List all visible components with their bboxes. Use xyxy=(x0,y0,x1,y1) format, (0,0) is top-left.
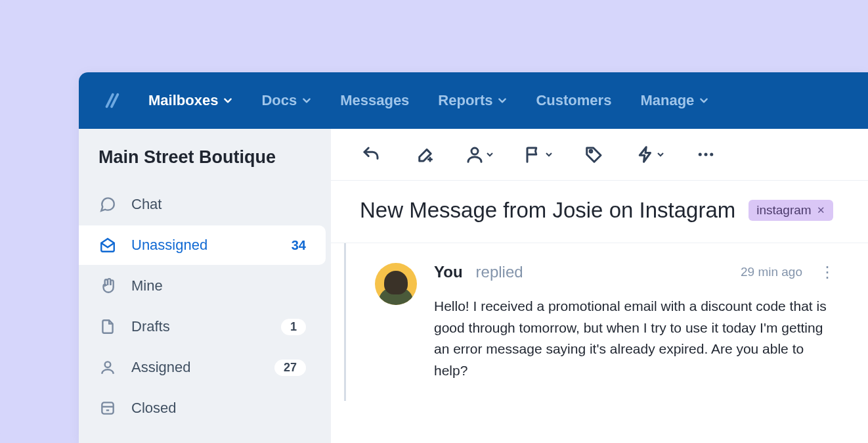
message: You replied 29 min ago ⋮ Hello! I receiv… xyxy=(375,263,839,381)
sidebar: Main Street Boutique Chat Unassigned 34 xyxy=(79,129,331,443)
app-window: Mailboxes Docs Messages Reports Customer… xyxy=(79,72,868,443)
subject-row: New Message from Josie on Instagram inst… xyxy=(331,181,868,243)
conversation-tag[interactable]: instagram ✕ xyxy=(749,200,833,221)
tag-label: instagram xyxy=(756,203,811,218)
svg-point-10 xyxy=(699,153,702,156)
svg-rect-3 xyxy=(102,402,113,413)
chevron-down-icon xyxy=(302,96,311,105)
nav-label: Customers xyxy=(536,92,611,109)
sidebar-item-label: Closed xyxy=(131,400,306,417)
avatar[interactable] xyxy=(375,263,417,305)
message-thread: You replied 29 min ago ⋮ Hello! I receiv… xyxy=(344,243,868,401)
nav-label: Mailboxes xyxy=(148,92,218,109)
message-time: 29 min ago xyxy=(741,265,802,279)
sidebar-item-drafts[interactable]: Drafts 1 xyxy=(79,307,326,346)
person-icon xyxy=(98,358,117,377)
nav-manage[interactable]: Manage xyxy=(640,92,708,109)
sidebar-item-count: 1 xyxy=(281,319,306,335)
tag-button[interactable] xyxy=(583,143,605,166)
sidebar-item-label: Chat xyxy=(131,196,306,213)
sidebar-item-mine[interactable]: Mine xyxy=(79,266,326,306)
nav-mailboxes[interactable]: Mailboxes xyxy=(148,92,232,109)
sidebar-item-unassigned[interactable]: Unassigned 34 xyxy=(79,225,326,265)
sidebar-item-label: Drafts xyxy=(131,318,267,335)
nav-label: Docs xyxy=(261,92,297,109)
sidebar-item-label: Unassigned xyxy=(131,237,277,254)
chevron-down-icon xyxy=(699,96,708,105)
nav-messages[interactable]: Messages xyxy=(340,92,409,109)
nav-customers[interactable]: Customers xyxy=(536,92,611,109)
more-button[interactable] xyxy=(695,143,717,166)
chevron-down-icon xyxy=(498,96,507,105)
assign-button[interactable] xyxy=(465,143,494,166)
status-button[interactable] xyxy=(524,143,553,166)
inbox-icon xyxy=(98,236,117,254)
sidebar-item-assigned[interactable]: Assigned 27 xyxy=(79,348,326,387)
note-button[interactable] xyxy=(412,143,435,166)
sidebar-item-count: 34 xyxy=(292,238,306,253)
svg-point-11 xyxy=(705,153,708,156)
svg-point-12 xyxy=(710,153,713,156)
message-menu-icon[interactable]: ⋮ xyxy=(815,263,839,281)
message-header: You replied 29 min ago ⋮ xyxy=(434,263,839,281)
sidebar-item-chat[interactable]: Chat xyxy=(79,185,326,224)
chevron-down-icon xyxy=(657,151,664,158)
conversation-subject: New Message from Josie on Instagram xyxy=(360,198,735,223)
sidebar-item-count: 27 xyxy=(274,360,306,376)
message-body: Hello! I received a promotional email wi… xyxy=(434,296,839,381)
sidebar-item-closed[interactable]: Closed xyxy=(79,388,326,428)
chevron-down-icon xyxy=(486,151,494,158)
hand-icon xyxy=(98,277,117,295)
message-action: replied xyxy=(476,263,523,281)
message-author: You xyxy=(434,263,463,281)
mailbox-title: Main Street Boutique xyxy=(79,147,331,183)
nav-label: Manage xyxy=(640,92,694,109)
workflow-button[interactable] xyxy=(636,143,664,166)
chevron-down-icon xyxy=(223,96,232,105)
conversation-panel: New Message from Josie on Instagram inst… xyxy=(331,129,868,443)
chat-icon xyxy=(98,195,117,214)
nav-reports[interactable]: Reports xyxy=(438,92,507,109)
conversation-toolbar xyxy=(331,129,868,181)
tag-remove-icon[interactable]: ✕ xyxy=(817,204,825,216)
reply-button[interactable] xyxy=(360,143,382,166)
svg-point-9 xyxy=(590,150,592,152)
nav-docs[interactable]: Docs xyxy=(261,92,311,109)
nav-label: Messages xyxy=(340,92,409,109)
drafts-icon xyxy=(98,317,117,336)
top-nav: Mailboxes Docs Messages Reports Customer… xyxy=(79,72,868,129)
nav-label: Reports xyxy=(438,92,492,109)
sidebar-item-label: Assigned xyxy=(131,359,260,376)
app-logo-icon[interactable] xyxy=(98,87,125,114)
svg-point-2 xyxy=(105,361,111,367)
chevron-down-icon xyxy=(545,151,553,158)
svg-point-8 xyxy=(471,148,478,154)
sidebar-item-label: Mine xyxy=(131,277,306,294)
archive-icon xyxy=(98,399,117,417)
